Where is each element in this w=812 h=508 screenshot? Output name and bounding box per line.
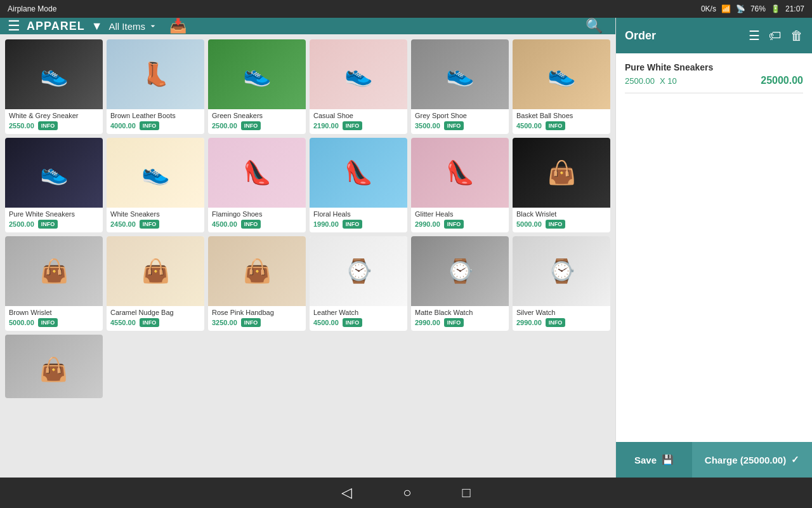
search-icon[interactable]: 🔍 [586,18,603,34]
list-item[interactable]: ⌚ Leather Watch 4500.00 INFO [310,236,407,331]
product-bottom: 2990.00 INFO [415,220,505,229]
product-image: 👠 [310,138,407,208]
product-image: 👜 [513,138,610,208]
filter-icon[interactable]: ☰ [749,28,760,43]
product-info: Flamingo Shoes 4500.00 INFO [208,208,306,232]
list-item[interactable]: ⌚ Matte Black Watch 2990.00 INFO [411,236,509,331]
list-item[interactable]: 👟 Green Sneakers 2500.00 INFO [208,39,306,134]
list-item[interactable]: 👟 White Sneakers 2450.00 INFO [107,138,204,232]
product-image: 👟 [310,39,407,109]
menu-icon[interactable]: ☰ [8,18,20,34]
battery-icon: 🔋 [771,4,780,13]
save-button[interactable]: Save 💾 [616,442,692,478]
speed-label: 0K/s [701,4,716,13]
list-item[interactable]: 👟 Basket Ball Shoes 4500.00 INFO [513,39,610,134]
airplane-mode-label: Airplane Mode [8,4,56,13]
info-button[interactable]: INFO [140,220,160,229]
list-item[interactable]: 👟 Pure White Sneakers 2500.00 INFO [5,138,103,232]
product-price: 3500.00 [415,122,440,130]
order-item-total: 25000.00 [761,75,803,86]
partial-row: 👜 [5,335,610,398]
product-info: Black Wrislet 5000.00 INFO [513,208,610,232]
home-button[interactable]: ○ [403,485,411,501]
list-item[interactable]: 👟 White & Grey Sneaker 2550.00 INFO [5,39,103,134]
list-item[interactable]: 👟 Grey Sport Shoe 3500.00 INFO [411,39,509,134]
product-price: 2990.00 [415,319,440,326]
info-button[interactable]: INFO [241,318,261,327]
wifi-icon: 📡 [736,4,745,13]
info-button[interactable]: INFO [546,318,566,327]
recent-button[interactable]: □ [462,485,471,501]
order-body: Pure White Sneakers 2500.00 X 10 25000.0… [616,53,812,442]
product-image-icon: 👜 [243,258,272,284]
brand-dropdown-icon[interactable]: ▼ [91,20,103,33]
list-item[interactable]: 👟 Casual Shoe 2190.00 INFO [310,39,407,134]
product-price: 2190.00 [313,122,339,130]
product-info: Pure White Sneakers 2500.00 INFO [5,208,103,232]
info-button[interactable]: INFO [38,121,58,130]
category-label: All Items [109,21,146,32]
list-item[interactable]: 👠 Flamingo Shoes 4500.00 INFO [208,138,306,232]
info-button[interactable]: INFO [241,121,261,130]
signal-icon: 📶 [721,4,731,13]
order-title: Order [625,29,656,43]
status-bar-left: Airplane Mode [8,4,56,13]
product-name: Caramel Nudge Bag [110,309,200,316]
list-item[interactable]: 👜 [5,335,103,398]
trash-icon[interactable]: 🗑 [790,29,803,43]
info-button[interactable]: INFO [343,220,363,229]
list-item[interactable]: 👠 Glitter Heals 2990.00 INFO [411,138,509,232]
info-button[interactable]: INFO [140,121,160,130]
product-bottom: 4500.00 INFO [313,318,403,327]
order-item-detail-row: 2500.00 X 10 [625,76,677,86]
list-item[interactable]: 👜 Caramel Nudge Bag 4550.00 INFO [107,236,204,331]
product-price: 2500.00 [212,122,237,130]
list-item[interactable]: 👢 Brown Leather Boots 4000.00 INFO [107,39,204,134]
product-grid: 👟 White & Grey Sneaker 2550.00 INFO 👢 Br… [5,39,610,331]
list-item[interactable]: 👜 Rose Pink Handbag 3250.00 INFO [208,236,306,331]
product-price: 5000.00 [516,220,542,228]
product-image: 👟 [411,39,509,109]
list-item[interactable]: 👜 Brown Wrislet 5000.00 INFO [5,236,103,331]
product-image-icon: 👟 [141,159,170,186]
product-info: White & Grey Sneaker 2550.00 INFO [5,109,103,134]
info-button[interactable]: INFO [444,318,464,327]
product-image-icon: 👟 [40,159,69,186]
info-button[interactable]: INFO [546,220,566,229]
product-image-icon: 👟 [40,61,69,88]
product-price: 2500.00 [9,220,34,228]
inbox-icon[interactable]: 📥 [169,18,187,34]
info-button[interactable]: INFO [444,220,464,229]
product-name: Floral Heals [313,210,403,218]
info-button[interactable]: INFO [546,121,566,130]
back-button[interactable]: ◁ [341,485,352,501]
tag-icon[interactable]: 🏷 [769,29,782,43]
charge-button[interactable]: Charge (25000.00) ✓ [692,442,812,478]
product-price: 4550.00 [110,319,136,326]
list-item[interactable]: 👜 Black Wrislet 5000.00 INFO [513,138,610,232]
category-dropdown[interactable]: All Items [109,21,159,32]
info-button[interactable]: INFO [38,318,58,327]
time-label: 21:07 [785,4,804,13]
product-name: Rose Pink Handbag [212,309,302,316]
info-button[interactable]: INFO [241,220,261,229]
product-info: Leather Watch 4500.00 INFO [310,306,407,331]
info-button[interactable]: INFO [140,318,160,327]
product-name: Leather Watch [313,309,403,316]
product-image-icon: 👜 [547,159,576,186]
product-image-icon: ⌚ [344,258,373,284]
product-price: 2450.00 [110,220,136,228]
product-image: ⌚ [411,236,509,306]
order-item-row: 2500.00 X 10 25000.00 [625,75,803,86]
info-button[interactable]: INFO [444,121,464,130]
product-image-icon: 👟 [547,61,576,88]
product-name: White Sneakers [110,210,200,218]
product-bottom: 2990.00 INFO [516,318,606,327]
list-item[interactable]: 👠 Floral Heals 1990.00 INFO [310,138,407,232]
info-button[interactable]: INFO [38,220,58,229]
info-button[interactable]: INFO [343,121,363,130]
info-button[interactable]: INFO [343,318,363,327]
list-item[interactable]: ⌚ Silver Watch 2990.00 INFO [513,236,610,331]
brand-label: APPAREL [27,20,85,33]
product-image-icon: 👜 [40,258,69,284]
